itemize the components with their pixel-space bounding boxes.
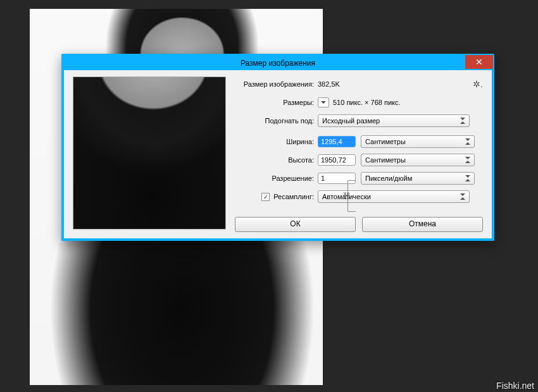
app-canvas: Fishki.net Размер изображения ✕ Размер и… [0,0,538,392]
dialog-title: Размер изображения [241,59,315,68]
gear-icon[interactable]: ✲. [473,79,483,89]
height-unit-select[interactable]: Сантиметры [361,154,475,166]
fit-label: Подогнать под: [235,117,318,125]
dimensions-label: Размеры: [235,99,318,106]
image-preview[interactable] [73,77,226,230]
close-button[interactable]: ✕ [465,55,493,69]
dimensions-value: 510 пикс. × 768 пикс. [333,99,401,106]
height-label: Высота: [235,156,318,164]
resolution-unit-select[interactable]: Пиксели/дюйм [361,172,475,185]
filesize-label: Размер изображения: [235,80,318,88]
ok-button[interactable]: ОК [235,217,356,232]
image-size-dialog: Размер изображения ✕ Размер изображения:… [61,54,494,241]
width-label: Ширина: [235,138,318,145]
dimensions-unit-toggle[interactable] [318,97,329,107]
fields-panel: Размер изображения: 382,5K ✲. Размеры: 5… [235,77,483,232]
watermark: Fishki.net [496,381,534,391]
height-input[interactable] [318,154,356,166]
resample-select[interactable]: Автоматически [318,190,470,203]
fit-select[interactable]: Исходный размер [318,114,470,127]
width-input[interactable] [318,136,356,147]
width-unit-select[interactable]: Сантиметры [361,135,475,148]
constrain-proportions-icon[interactable]: ⛓ [342,192,351,200]
resolution-label: Разрешение: [235,175,318,182]
resample-label: Ресамплинг: [273,193,314,200]
dialog-body: Размер изображения: 382,5K ✲. Размеры: 5… [64,70,492,238]
dialog-titlebar[interactable]: Размер изображения ✕ [64,56,492,70]
filesize-value: 382,5K [318,80,340,88]
close-icon: ✕ [475,57,483,67]
cancel-button[interactable]: Отмена [362,217,483,232]
resample-checkbox[interactable]: ✓ [261,193,270,201]
preview-content [73,77,226,230]
